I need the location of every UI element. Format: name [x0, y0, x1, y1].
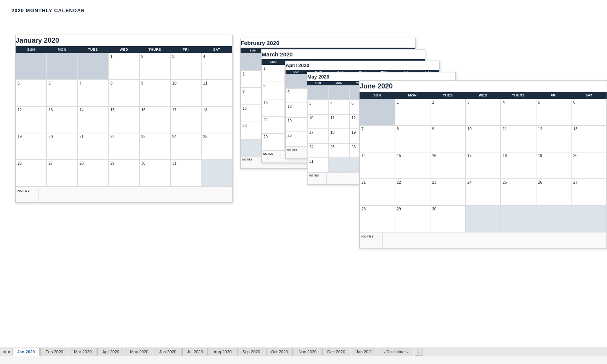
tab-dec-2020[interactable]: Dec 2020 [322, 348, 350, 356]
jan-header: SUN MON TUES WED THURS FRI SAT [16, 46, 232, 53]
table-row: 23 [140, 133, 170, 160]
table-row: 5 [536, 99, 572, 125]
jan-hdr-mon: MON [47, 46, 77, 53]
table-row: 27 [47, 160, 77, 186]
tab-oct-2020[interactable]: Oct 2020 [266, 348, 293, 356]
table-row: 4 [328, 100, 349, 114]
table-row: 29 [395, 205, 430, 232]
table-row [571, 205, 607, 232]
table-row: 25 [328, 143, 349, 158]
tab-feb-2020[interactable]: Feb 2020 [40, 348, 68, 356]
tab-disclaimer[interactable]: - Disclaimer - [379, 348, 414, 356]
jan-title: January 2020 [16, 35, 232, 46]
table-row: 22 [395, 179, 430, 205]
table-row: 26 [16, 160, 47, 186]
table-row [466, 205, 501, 232]
table-row: 5 [16, 80, 47, 106]
calendar-june: June 2020 SUN MON TUES WED THURS FRI SAT… [359, 80, 607, 249]
tab-apr-2020[interactable]: Apr 2020 [97, 348, 124, 356]
table-row: 8 [108, 80, 139, 106]
tab-bar: ◀ ▶ Jan 2020 Feb 2020 Mar 2020 Apr 2020 … [0, 347, 607, 356]
table-row [501, 205, 536, 232]
table-row: 2 [140, 53, 170, 80]
calendar-container: January 2020 SUN MON TUES WED THURS FRI … [11, 16, 596, 343]
jan-hdr-sun: SUN [16, 46, 47, 53]
table-row: 18 [328, 129, 349, 143]
jan-notes-label: NOTES [16, 187, 39, 202]
tab-aug-2020[interactable]: Aug 2020 [209, 348, 236, 356]
tab-scroll-right[interactable]: ▶ [7, 348, 12, 356]
table-row: 22 [108, 133, 139, 160]
apr-title: April 2020 [286, 61, 439, 70]
table-row: 9 [430, 125, 466, 152]
table-row: 9 [140, 80, 170, 106]
tab-jul-2020[interactable]: Jul 2020 [182, 348, 208, 356]
table-row: 7 [77, 80, 108, 106]
table-row: 3 [170, 53, 201, 80]
table-row: 7 [360, 125, 395, 152]
table-row: 11 [201, 80, 232, 106]
table-row: 25 [201, 133, 232, 160]
table-row [360, 99, 395, 125]
page-title: 2020 MONTHLY CALENDAR [11, 8, 596, 13]
jun-notes-label: NOTES [360, 233, 383, 248]
jun-hdr-fri: FRI [536, 92, 572, 99]
table-row: 11 [328, 114, 349, 129]
tab-jan-2020[interactable]: Jan 2020 [12, 348, 40, 356]
table-row: 30 [430, 205, 466, 232]
tab-mar-2020[interactable]: Mar 2020 [69, 348, 96, 356]
table-row: 2 [430, 99, 466, 125]
jun-hdr-thu: THURS [501, 92, 536, 99]
jun-notes: NOTES [360, 232, 607, 248]
table-row: 19 [536, 152, 572, 179]
table-row [16, 53, 47, 80]
table-row: 12 [536, 125, 572, 152]
table-row [286, 74, 308, 88]
table-row: 15 [108, 106, 139, 133]
table-row: 10 [170, 80, 201, 106]
table-row: 17 [307, 129, 328, 143]
table-row: 10 [466, 125, 501, 152]
tab-may-2020[interactable]: May 2020 [125, 348, 153, 356]
tab-add-button[interactable]: + [415, 348, 422, 356]
table-row [47, 53, 77, 80]
table-row: 23 [430, 179, 466, 205]
table-row: 19 [286, 117, 308, 132]
table-row: 1 [262, 65, 285, 82]
jan-hdr-thu: THURS [140, 46, 170, 53]
table-row: 13 [571, 125, 607, 152]
table-row: 17 [170, 106, 201, 133]
jun-hdr-wed: WED [466, 92, 501, 99]
table-row [77, 53, 108, 80]
table-row: 5 [286, 88, 308, 103]
jun-hdr-sun: SUN [360, 92, 395, 99]
table-row: 26 [536, 179, 572, 205]
jun-hdr-tue: TUES [430, 92, 466, 99]
tab-jun-2020[interactable]: Jun 2020 [154, 348, 181, 356]
table-row [536, 205, 572, 232]
jan-hdr-wed: WED [108, 46, 139, 53]
table-row: 28 [360, 205, 395, 232]
table-row [328, 85, 349, 100]
table-row: 27 [571, 179, 607, 205]
table-row: 21 [360, 179, 395, 205]
table-row: 17 [466, 152, 501, 179]
mar-notes-label: NOTES [262, 151, 281, 162]
may-hdr-sun: SUN [307, 81, 328, 85]
table-row: 8 [262, 82, 285, 99]
tab-sep-2020[interactable]: Sep 2020 [237, 348, 265, 356]
jun-grid: 1 2 3 4 5 6 7 8 9 10 11 12 13 14 15 16 1… [360, 99, 607, 232]
apr-hdr-sun: SUN [286, 70, 308, 74]
table-row: 1 [108, 53, 139, 80]
feb-title: February 2020 [241, 38, 415, 48]
tab-scroll-left[interactable]: ◀ [2, 348, 7, 356]
table-row: 28 [77, 160, 108, 186]
mar-hdr-sun: SUN [262, 59, 285, 65]
tab-jan-2021[interactable]: Jan 2021 [351, 348, 378, 356]
jan-notes-content [39, 187, 232, 202]
table-row: 30 [140, 160, 170, 186]
table-row: 14 [77, 106, 108, 133]
table-row: 16 [430, 152, 466, 179]
jan-hdr-fri: FRI [170, 46, 201, 53]
tab-nov-2020[interactable]: Nov 2020 [294, 348, 321, 356]
